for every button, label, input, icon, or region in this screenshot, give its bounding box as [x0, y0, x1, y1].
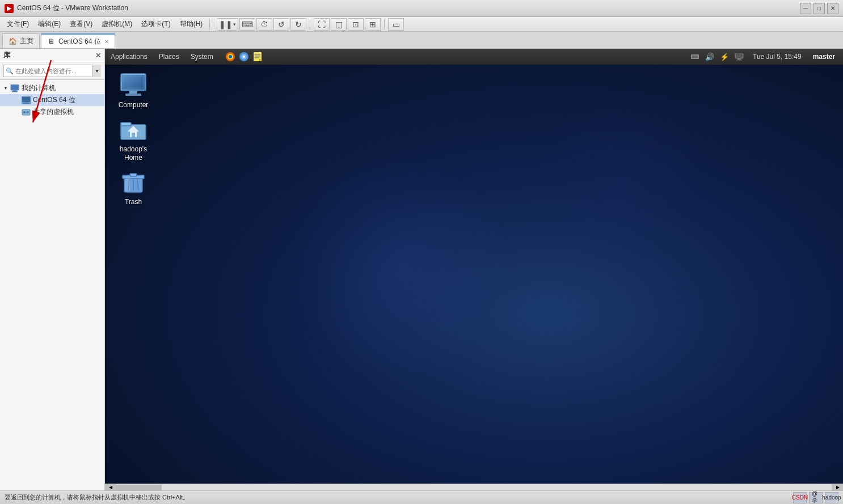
tree-toggle-centos — [14, 97, 20, 104]
computer-icon-img — [120, 71, 147, 99]
minimize-button[interactable]: ─ — [800, 3, 811, 14]
learn-icon[interactable]: @学 — [809, 492, 823, 503]
computer-svg — [120, 73, 147, 98]
menu-file[interactable]: 文件(F) — [2, 17, 33, 31]
svg-rect-32 — [122, 75, 145, 90]
menu-view[interactable]: 查看(V) — [65, 17, 97, 31]
home-svg — [120, 117, 147, 142]
network-icon[interactable] — [689, 51, 701, 62]
svg-rect-6 — [24, 102, 28, 103]
window-title: CentOS 64 位 - VMware Workstation — [17, 3, 800, 13]
status-right-area: CSDN @学 hadoop — [793, 492, 838, 503]
desktop-area[interactable]: Applications Places System — [105, 49, 843, 490]
gnome-places-menu[interactable]: Places — [153, 49, 185, 65]
sidebar-close-button[interactable]: ✕ — [95, 52, 101, 60]
tab-home-label: 主页 — [20, 36, 33, 46]
text-editor-icon[interactable] — [252, 51, 263, 62]
home-icon-img — [120, 116, 147, 143]
close-button[interactable]: ✕ — [827, 3, 838, 14]
redo-icon: ↻ — [295, 20, 302, 29]
status-text: 要返回到您的计算机，请将鼠标指针从虚拟机中移出或按 Ctrl+Alt。 — [5, 493, 189, 502]
csdn-icon[interactable]: CSDN — [793, 492, 807, 503]
tab-home[interactable]: 🏠 主页 — [2, 33, 40, 48]
search-dropdown-button[interactable]: ▾ — [92, 65, 101, 77]
title-bar: ▶ CentOS 64 位 - VMware Workstation ─ □ ✕ — [0, 0, 843, 17]
home-icon-label: hadoop's Home — [113, 145, 154, 162]
svg-rect-29 — [737, 58, 741, 60]
window-controls: ─ □ ✕ — [800, 3, 838, 14]
display-icon: ▭ — [393, 20, 400, 29]
svg-rect-3 — [12, 91, 18, 92]
forward-button[interactable]: ↻ — [290, 18, 306, 31]
stretch-button[interactable]: ⊞ — [365, 18, 381, 31]
search-input[interactable] — [3, 65, 101, 77]
desktop-icon-home[interactable]: hadoop's Home — [111, 113, 156, 164]
svg-point-10 — [27, 111, 29, 113]
status-bar: 要返回到您的计算机，请将鼠标指针从虚拟机中移出或按 Ctrl+Alt。 CSDN… — [0, 490, 843, 504]
svg-rect-47 — [125, 178, 130, 192]
fullscreen-button[interactable]: ⛶ — [314, 18, 330, 31]
desktop-horizontal-scrollbar[interactable]: ◀ ▶ — [105, 484, 843, 490]
menu-help[interactable]: 帮助(H) — [175, 17, 208, 31]
gnome-applications-menu[interactable]: Applications — [105, 49, 153, 65]
desktop-background — [105, 49, 843, 490]
scroll-left-button[interactable]: ◀ — [105, 484, 116, 491]
tab-centos-close[interactable]: ✕ — [104, 39, 109, 45]
separator-2 — [310, 19, 310, 29]
monitor-icon[interactable] — [734, 51, 745, 62]
svg-rect-2 — [13, 90, 16, 91]
svg-rect-43 — [130, 173, 137, 176]
scrollbar-thumb[interactable] — [116, 485, 162, 490]
trash-icon-img — [120, 168, 147, 196]
maximize-button[interactable]: □ — [814, 3, 825, 14]
pause-button[interactable]: ❚❚ ▾ — [217, 18, 238, 31]
sidebar-item-my-computer[interactable]: ▼ 我的计算机 — [0, 82, 104, 94]
desktop-icon-computer[interactable]: Computer — [111, 69, 156, 111]
shared-vms-label: 共享的虚拟机 — [33, 107, 74, 117]
unity-icon: ◫ — [335, 20, 343, 29]
app-icon: ▶ — [5, 4, 14, 13]
svg-rect-40 — [132, 133, 135, 137]
gnome-username[interactable]: master — [810, 53, 838, 61]
sidebar-item-shared-vms[interactable]: 共享的虚拟机 — [0, 106, 104, 118]
tab-centos-label: CentOS 64 位 — [58, 37, 101, 46]
desktop-icon-trash[interactable]: Trash — [111, 166, 156, 208]
sidebar-search-area: 🔍 ▾ — [0, 62, 104, 80]
svg-rect-1 — [11, 85, 18, 90]
sidebar-item-centos[interactable]: CentOS 64 位 — [0, 94, 104, 106]
centos-label: CentOS 64 位 — [33, 95, 75, 105]
menu-bar: 文件(F) 编辑(E) 查看(V) 虚拟机(M) 选项卡(T) 帮助(H) ❚❚… — [0, 17, 843, 32]
scroll-right-button[interactable]: ▶ — [832, 484, 843, 491]
unity-button[interactable]: ◫ — [331, 18, 347, 31]
svg-rect-7 — [23, 103, 29, 104]
svg-rect-23 — [255, 57, 259, 58]
trash-svg — [120, 170, 147, 194]
display-button[interactable]: ▭ — [388, 18, 404, 31]
sidebar-header: 库 ✕ — [0, 49, 104, 62]
revert-button[interactable]: ↺ — [273, 18, 289, 31]
snapshot-button[interactable]: ⏱ — [256, 18, 272, 31]
tree-toggle-my-computer: ▼ — [2, 85, 9, 92]
menu-vm[interactable]: 虚拟机(M) — [97, 17, 137, 31]
menu-edit[interactable]: 编辑(E) — [33, 17, 65, 31]
firefox-icon[interactable] — [225, 51, 236, 62]
gnome-panel: Applications Places System — [105, 49, 843, 65]
send-input-button[interactable]: ⌨ — [239, 18, 255, 31]
sidebar-tree: ▼ 我的计算机 — [0, 80, 104, 490]
svg-point-9 — [23, 111, 26, 113]
split-button[interactable]: ⊡ — [348, 18, 364, 31]
tab-centos[interactable]: 🖥 CentOS 64 位 ✕ — [41, 33, 115, 48]
stretch-icon: ⊞ — [369, 20, 376, 29]
bluetooth-icon[interactable]: ⚡ — [719, 51, 730, 62]
gnome-system-menu[interactable]: System — [185, 49, 219, 65]
tab-bar: 🏠 主页 🖥 CentOS 64 位 ✕ — [0, 32, 843, 49]
vm-icon — [22, 96, 31, 105]
menu-tabs[interactable]: 选项卡(T) — [137, 17, 175, 31]
browser-icon[interactable] — [238, 51, 250, 62]
volume-icon[interactable]: 🔊 — [704, 51, 715, 62]
toolbar: ❚❚ ▾ ⌨ ⏱ ↺ ↻ ⛶ ◫ ⊡ ⊞ ▭ — [217, 18, 404, 31]
fullscreen-icon: ⛶ — [318, 20, 326, 29]
svg-rect-22 — [255, 56, 260, 57]
centos-tab-icon: 🖥 — [47, 37, 55, 45]
hadoop-status-icon[interactable]: hadoop — [825, 492, 838, 503]
